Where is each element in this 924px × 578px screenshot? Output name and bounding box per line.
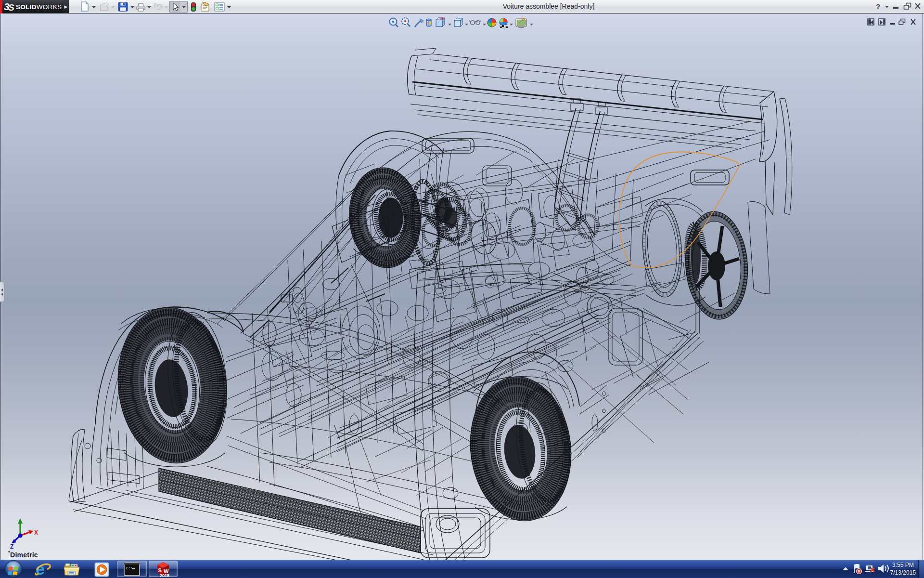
svg-text:2015: 2015 (160, 573, 169, 578)
svg-text:?: ? (876, 2, 880, 11)
svg-text:Z: Z (10, 543, 13, 550)
svg-text:S: S (158, 567, 162, 573)
svg-text:C:\: C:\ (126, 566, 133, 570)
svg-text:SOLIDWORKS: SOLIDWORKS (16, 3, 62, 11)
svg-text:S: S (8, 2, 14, 13)
svg-text:X: X (34, 529, 38, 536)
